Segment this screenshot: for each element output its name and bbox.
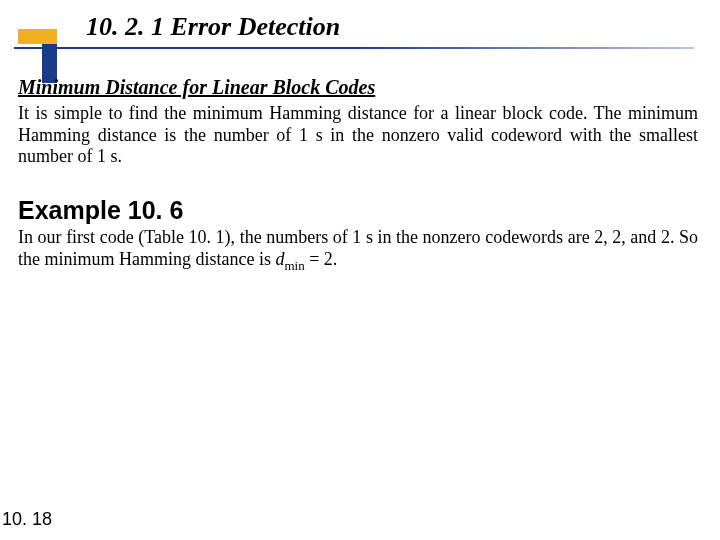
body2-part1: In our first code (Table 10. 1), the num… [18, 227, 698, 269]
body2-sub: min [284, 257, 304, 272]
body2-part2: = 2. [305, 249, 338, 269]
slide-title: 10. 2. 1 Error Detection [86, 12, 340, 42]
title-underline [14, 47, 694, 49]
section-heading: Minimum Distance for Linear Block Codes [18, 76, 375, 99]
bullet-yellow-bar [18, 29, 57, 44]
body-text-1: It is simple to find the minimum Hamming… [18, 103, 698, 168]
body-text-2: In our first code (Table 10. 1), the num… [18, 227, 698, 273]
example-heading: Example 10. 6 [18, 196, 183, 225]
page-number: 10. 18 [2, 509, 52, 530]
